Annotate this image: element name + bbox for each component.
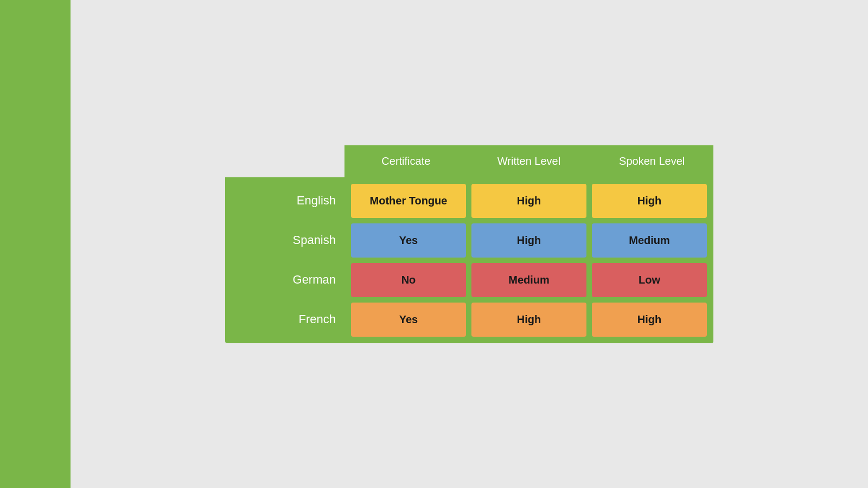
language-label: French (232, 312, 346, 326)
table-header-cell: Written Level (468, 145, 591, 177)
main-content: CertificateWritten LevelSpoken Level Eng… (71, 0, 868, 488)
language-label: German (232, 273, 346, 287)
table-cell: Medium (471, 263, 586, 297)
table-row: EnglishMother TongueHighHigh (232, 184, 707, 218)
table-cell: Mother Tongue (351, 184, 466, 218)
table-body: EnglishMother TongueHighHighSpanishYesHi… (225, 177, 713, 343)
table-header-cell: Spoken Level (590, 145, 713, 177)
table-cell: High (471, 223, 586, 258)
sidebar (0, 0, 71, 488)
table-row: GermanNoMediumLow (232, 263, 707, 297)
table-cell: Yes (351, 223, 466, 258)
table-row: SpanishYesHighMedium (232, 223, 707, 258)
skills-table: CertificateWritten LevelSpoken Level Eng… (225, 145, 713, 343)
table-header-row: CertificateWritten LevelSpoken Level (344, 145, 713, 177)
table-cell: High (592, 303, 707, 337)
table-header-cell: Certificate (344, 145, 468, 177)
language-label: English (232, 194, 346, 208)
table-cell: Medium (592, 223, 707, 258)
table-cell: Low (592, 263, 707, 297)
table-row: FrenchYesHighHigh (232, 303, 707, 337)
table-cell: Yes (351, 303, 466, 337)
table-cell: No (351, 263, 466, 297)
table-cell: High (592, 184, 707, 218)
table-cell: High (471, 184, 586, 218)
table-cell: High (471, 303, 586, 337)
language-label: Spanish (232, 233, 346, 247)
